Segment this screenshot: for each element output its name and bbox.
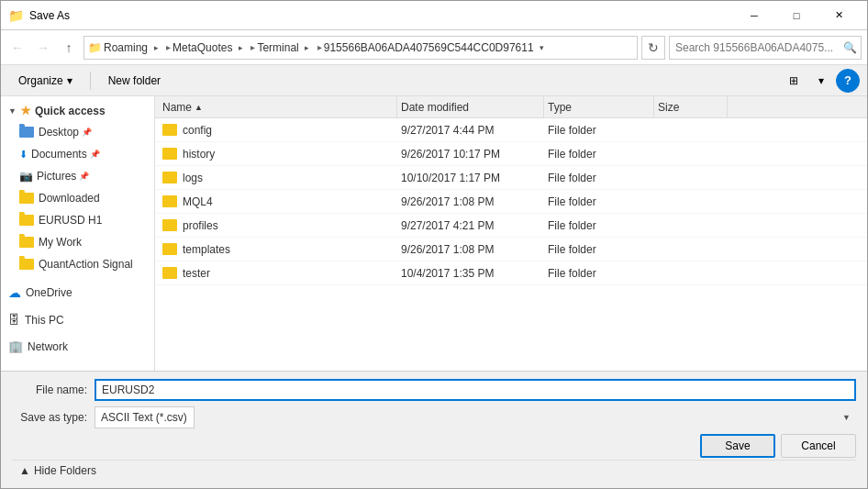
addressbar: ← → ↑ 📁 Roaming ▸ ▸ MetaQuotes ▸ ▸ Termi… (1, 30, 867, 65)
sidebar-item-thispc[interactable]: 🗄 This PC (1, 308, 154, 331)
new-folder-label: New folder (108, 74, 161, 87)
filetype-select-wrapper: ASCII Text (*.csv)CSV (*.csv)Text (*.txt… (95, 406, 856, 428)
up-button[interactable]: ↑ (58, 37, 80, 59)
breadcrumb-dropdown-3[interactable]: ▸ (299, 36, 316, 60)
hide-folders-row: ▲ Hide Folders (12, 460, 856, 481)
col-header-type[interactable]: Type (544, 96, 654, 117)
pictures-pin-icon: 📌 (79, 172, 89, 181)
eurusd-folder-icon (19, 215, 34, 226)
refresh-button[interactable]: ↻ (641, 36, 665, 60)
breadcrumb-item-2[interactable]: MetaQuotes ▸ (172, 36, 249, 60)
file-name: profiles (183, 219, 218, 232)
desktop-label: Desktop (39, 126, 79, 139)
buttons-row: Save Cancel (12, 434, 856, 458)
table-row[interactable]: MQL4 9/26/2017 1:08 PM File folder (155, 190, 867, 214)
minimize-button[interactable]: ─ (733, 1, 775, 30)
file-folder-icon (162, 148, 177, 160)
file-name: tester (183, 267, 210, 280)
organize-arrow: ▾ (67, 74, 72, 87)
breadcrumb-item-3[interactable]: Terminal ▸ (257, 36, 315, 60)
new-folder-button[interactable]: New folder (98, 69, 171, 93)
save-button[interactable]: Save (700, 434, 775, 458)
documents-label: Documents (31, 148, 87, 161)
col-header-name[interactable]: Name ▲ (159, 96, 397, 117)
file-type: File folder (544, 124, 654, 137)
quantaction-folder-icon (19, 259, 34, 270)
filename-label: File name: (12, 383, 95, 396)
desktop-folder-icon (19, 127, 34, 138)
documents-pin-icon: 📌 (90, 150, 100, 159)
table-row[interactable]: config 9/27/2017 4:44 PM File folder (155, 118, 867, 142)
maximize-button[interactable]: □ (775, 1, 818, 30)
sidebar-item-onedrive[interactable]: ☁ OneDrive (1, 281, 154, 305)
quick-access-chevron: ▼ (8, 106, 17, 116)
cancel-button[interactable]: Cancel (781, 434, 856, 458)
filename-input[interactable] (95, 379, 856, 401)
quantaction-label: QuantAction Signal (39, 258, 133, 271)
network-icon: 🏢 (8, 339, 23, 353)
table-row[interactable]: history 9/26/2017 10:17 PM File folder (155, 142, 867, 166)
table-row[interactable]: profiles 9/27/2017 4:21 PM File folder (155, 214, 867, 238)
hide-folders-label: Hide Folders (34, 464, 96, 477)
sidebar-item-desktop[interactable]: Desktop 📌 (1, 121, 154, 143)
table-row[interactable]: logs 10/10/2017 1:17 PM File folder (155, 166, 867, 190)
file-date: 10/10/2017 1:17 PM (397, 172, 544, 184)
organize-button[interactable]: Organize ▾ (8, 69, 83, 93)
close-button[interactable]: ✕ (818, 1, 860, 30)
col-header-date[interactable]: Date modified (397, 96, 544, 117)
view-dropdown-button[interactable]: ▾ (808, 69, 834, 93)
sidebar-item-quantaction[interactable]: QuantAction Signal (1, 253, 154, 275)
sidebar-item-mywork[interactable]: My Work (1, 231, 154, 253)
titlebar: 📁 Save As ─ □ ✕ (1, 1, 867, 30)
file-folder-icon (162, 195, 177, 207)
bottom-area: File name: Save as type: ASCII Text (*.c… (1, 371, 867, 488)
titlebar-controls: ─ □ ✕ (733, 1, 860, 30)
file-folder-icon (162, 219, 177, 231)
table-row[interactable]: templates 9/26/2017 1:08 PM File folder (155, 238, 867, 261)
sidebar-item-documents[interactable]: ⬇ Documents 📌 (1, 143, 154, 165)
breadcrumb-dropdown-4[interactable]: ▾ (534, 36, 551, 60)
hide-folders-button[interactable]: ▲ Hide Folders (19, 464, 96, 477)
filename-row: File name: (12, 379, 856, 401)
eurusd-label: EURUSD H1 (39, 214, 102, 227)
quick-access-label: Quick access (35, 105, 106, 117)
sidebar-item-eurusd[interactable]: EURUSD H1 (1, 209, 154, 231)
view-toggle-button[interactable]: ⊞ (781, 69, 807, 93)
filetype-row: Save as type: ASCII Text (*.csv)CSV (*.c… (12, 406, 856, 428)
sidebar-item-downloaded[interactable]: Downloaded (1, 187, 154, 209)
breadcrumb-item-1[interactable]: 📁 Roaming ▸ (88, 36, 164, 60)
file-name-cell: tester (159, 267, 397, 280)
sidebar-item-pictures[interactable]: 📷 Pictures 📌 (1, 165, 154, 187)
quick-access-header[interactable]: ▼ ★ Quick access (1, 100, 154, 121)
search-wrapper: 🔍 (669, 36, 862, 60)
onedrive-icon: ☁ (8, 285, 21, 300)
breadcrumb-dropdown-1[interactable]: ▸ (148, 36, 164, 60)
file-rows-container: config 9/27/2017 4:44 PM File folder his… (155, 118, 867, 285)
file-name: config (183, 124, 212, 137)
downloaded-folder-icon (19, 193, 34, 204)
search-input[interactable] (669, 36, 862, 60)
col-header-size[interactable]: Size (654, 96, 728, 117)
file-date: 9/27/2017 4:44 PM (397, 124, 544, 137)
file-name-cell: MQL4 (159, 195, 397, 208)
breadcrumb-item-4[interactable]: 915566BA06ADA407569C544CC0D97611 ▾ (324, 36, 551, 60)
search-button[interactable]: 🔍 (841, 39, 858, 56)
filetype-select[interactable]: ASCII Text (*.csv)CSV (*.csv)Text (*.txt… (95, 406, 195, 428)
breadcrumb-sep-1: ▸ (166, 42, 171, 52)
file-name: templates (183, 243, 230, 256)
table-row[interactable]: tester 10/4/2017 1:35 PM File folder (155, 261, 867, 285)
help-button[interactable]: ? (836, 69, 860, 93)
col-date-label: Date modified (401, 101, 469, 114)
breadcrumb-label-4: 915566BA06ADA407569C544CC0D97611 (324, 41, 534, 54)
sidebar-item-network[interactable]: 🏢 Network (1, 335, 154, 358)
forward-button[interactable]: → (32, 37, 54, 59)
breadcrumb-sep-3: ▸ (317, 42, 322, 52)
file-type: File folder (544, 172, 654, 184)
file-name-cell: templates (159, 243, 397, 256)
breadcrumb-bar[interactable]: 📁 Roaming ▸ ▸ MetaQuotes ▸ ▸ Terminal ▸ … (83, 36, 638, 60)
breadcrumb-dropdown-2[interactable]: ▸ (232, 36, 249, 60)
file-name-cell: profiles (159, 219, 397, 232)
back-button[interactable]: ← (6, 37, 28, 59)
file-folder-icon (162, 267, 177, 279)
hide-folders-arrow: ▲ (19, 464, 30, 477)
